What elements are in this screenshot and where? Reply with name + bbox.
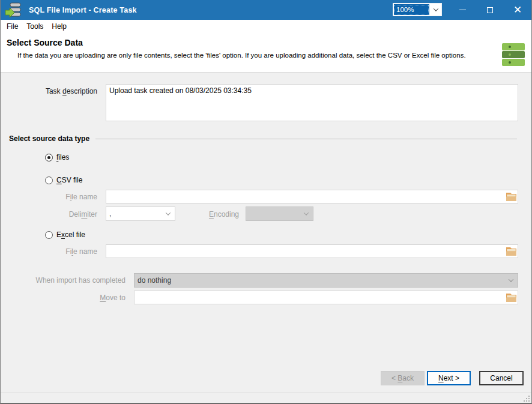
when-completed-value: do nothing [135,276,504,285]
zoom-level-value: 100% [394,4,429,15]
chevron-down-icon [433,6,438,11]
excel-file-name-input[interactable] [106,245,504,258]
close-button[interactable]: ✕ [504,0,531,20]
move-to-label: Move to [100,294,125,302]
encoding-combobox[interactable] [246,207,313,221]
delimiter-label: Delimiter [69,210,97,219]
back-button[interactable]: < Back [381,371,425,385]
encoding-label: Encoding [209,210,239,219]
source-data-icon [502,43,525,66]
radio-excel-circle [45,231,53,239]
delimiter-dropdown-button[interactable] [162,212,175,216]
menu-help[interactable]: Help [47,20,71,32]
close-icon: ✕ [513,5,522,15]
title-bar: SQL File Import - Create Task 100% ✕ [1,0,531,20]
radio-csv-file[interactable]: CSV file [45,176,82,184]
resize-grip-icon[interactable] [524,396,530,402]
when-completed-dropdown-button [504,279,518,282]
move-to-input[interactable] [135,291,504,304]
folder-icon [506,293,516,302]
when-completed-combobox[interactable]: do nothing [134,273,518,288]
radio-csv-label: CSV file [56,176,82,184]
form-area: Task description Upload task created on … [1,73,531,392]
menu-file[interactable]: File [2,20,22,32]
maximize-button[interactable] [476,0,504,20]
page-title: Select Source Data [7,38,83,47]
delimiter-value: , [106,210,162,218]
encoding-dropdown-button [300,212,313,216]
task-description-input[interactable]: Upload task created on 08/03/2025 03:34:… [106,84,518,121]
source-type-group-title: Select source data type [9,134,89,143]
radio-files-circle [45,154,53,161]
next-button[interactable]: Next > [427,371,471,385]
window-title: SQL File Import - Create Task [29,6,137,14]
page-description: If the data you are uploading are only f… [17,52,492,59]
cancel-button[interactable]: Cancel [479,371,524,385]
radio-excel-label: Excel file [56,231,85,239]
window-controls: ✕ [449,0,531,20]
group-divider [95,139,517,139]
chevron-down-icon [509,277,513,282]
move-to-field [134,291,518,304]
excel-file-name-label: File name [65,247,97,256]
radio-csv-circle [45,176,53,184]
app-window: SQL File Import - Create Task 100% ✕ Fil… [0,0,532,404]
folder-icon [506,192,516,201]
chevron-down-icon [304,210,309,215]
maximize-icon [487,7,493,13]
status-bar [1,392,531,403]
delimiter-combobox[interactable]: , [106,207,175,221]
move-to-browse-button[interactable] [504,291,518,304]
task-description-label: Task description [46,87,97,95]
chevron-down-icon [166,210,171,215]
app-icon [5,2,23,19]
menu-bar: File Tools Help [1,20,531,33]
radio-excel-file[interactable]: Excel file [45,231,85,239]
minimize-button[interactable] [449,0,476,20]
minimize-icon [459,10,466,10]
folder-icon [506,247,516,256]
radio-files-label: files [56,153,69,161]
radio-files[interactable]: files [45,153,69,161]
csv-file-name-input[interactable] [106,190,504,203]
csv-browse-button[interactable] [504,190,518,203]
when-completed-label: When import has completed [36,276,125,285]
csv-file-name-label: File name [65,193,97,201]
menu-tools[interactable]: Tools [22,20,47,32]
excel-browse-button[interactable] [504,245,518,258]
page-header: Select Source Data If the data you are u… [1,33,531,73]
zoom-combobox-dropdown-button[interactable] [430,4,441,16]
csv-file-name-field [106,190,518,204]
zoom-level-combobox[interactable]: 100% [393,3,442,16]
excel-file-name-field [106,244,518,258]
